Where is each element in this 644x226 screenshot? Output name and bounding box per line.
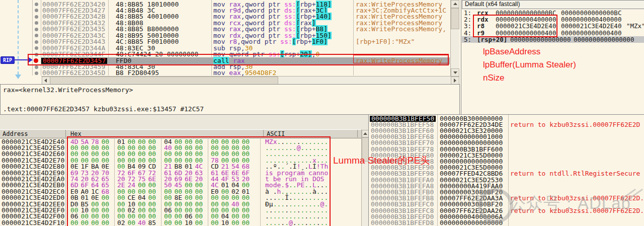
breakpoint-dot[interactable] bbox=[35, 46, 38, 50]
register-row[interactable]: 5:[rsp+20]000000000000000000000000000000… bbox=[462, 36, 644, 43]
arrow-right-icon bbox=[454, 79, 456, 83]
stack-return-comment: return to ntdll.RtlRegisterSecure bbox=[510, 171, 640, 177]
breakpoint-dot-active[interactable] bbox=[34, 58, 38, 63]
hex-byte: 00 bbox=[175, 220, 183, 226]
register-arg-number: 4: bbox=[464, 30, 471, 36]
rip-arrowhead-icon bbox=[29, 57, 33, 62]
dump-ascii: ......@......... bbox=[265, 220, 328, 226]
dump-row[interactable]: 0000021C3E4D2F10000000000200408500001000… bbox=[0, 220, 360, 226]
register-name: [rsp+20] bbox=[477, 36, 507, 43]
arrow-up-icon bbox=[363, 132, 367, 135]
arrow-left-icon bbox=[44, 79, 47, 83]
breakpoint-dot[interactable] bbox=[35, 21, 38, 25]
dump-address: 0000021C3E4D2F10 bbox=[2, 220, 64, 226]
register-name: r9 bbox=[477, 30, 485, 36]
scroll-left-button[interactable] bbox=[42, 77, 50, 85]
register-row[interactable]: 2:rdx00000000004000000000000000400000 bbox=[462, 16, 644, 23]
register-arg-number: 3: bbox=[464, 23, 471, 29]
hex-byte: 02 bbox=[117, 220, 126, 226]
breakpoint-dot[interactable] bbox=[35, 71, 38, 75]
info-line-location: .text:00007FF62E2D3457 kzbu03zssi.exe:$1… bbox=[3, 105, 204, 113]
register-arg-number: 5: bbox=[464, 36, 471, 43]
disasm-hscroll-thumb[interactable] bbox=[50, 77, 278, 85]
register-value: 0000021C3E4D2E40 bbox=[496, 23, 556, 29]
stack-row[interactable]: 000000B3B1BFEFD80000000000000000 bbox=[369, 220, 644, 226]
watermark-logo-icon bbox=[478, 188, 513, 223]
stack-return-comment: return to kzbu03zssi.00007FF62E2D bbox=[510, 122, 640, 128]
register-value-copy: 0000000000000000 bbox=[574, 36, 634, 43]
annotation-line: lpBaseAddress bbox=[483, 45, 576, 58]
column-header-hex[interactable]: Hex bbox=[70, 130, 82, 137]
breakpoint-dot[interactable] bbox=[35, 3, 38, 6]
hex-byte: 00 bbox=[231, 220, 240, 226]
info-box: rax=<kernel32.WriteProcessMemory> .text:… bbox=[0, 84, 460, 115]
annotation-api-arguments: lpBaseAddresslpBuffer(Lumma Stealer)nSiz… bbox=[483, 45, 576, 85]
hex-byte: 85 bbox=[148, 220, 157, 226]
scroll-up-button[interactable] bbox=[451, 0, 459, 8]
hex-byte: 10 bbox=[185, 220, 193, 226]
register-value: 0000000000000400 bbox=[496, 30, 556, 36]
dump-tab-bar: Dump 1Dump 2Dump 3Dump 4Dump 5Watch 1|x=… bbox=[0, 115, 368, 129]
hex-byte: 00 bbox=[81, 220, 90, 226]
hex-byte: 00 bbox=[242, 220, 251, 226]
breakpoint-dot[interactable] bbox=[35, 40, 38, 44]
breakpoint-dot[interactable] bbox=[35, 65, 38, 69]
register-row[interactable]: 4:r900000000000004000000000000000400 bbox=[462, 30, 644, 36]
register-string-value: "MZx" bbox=[626, 23, 644, 29]
column-header-address[interactable]: Address bbox=[3, 130, 28, 137]
dump-table-header: Address Hex ASCII bbox=[0, 129, 368, 138]
annotation-line: lpBuffer(Lumma Stealer) bbox=[483, 58, 576, 71]
hex-byte: 00 bbox=[102, 220, 110, 226]
calling-convention-select[interactable]: Default (x64 fastcall) bbox=[462, 0, 644, 9]
instruction-comment: [rbp+1F0]:"MZx" bbox=[356, 39, 415, 45]
disassembly-rows: 00007FF62E2D342048:8B85 18010000mov rax,… bbox=[0, 0, 460, 76]
hex-byte: 00 bbox=[91, 220, 100, 226]
arrow-down-icon bbox=[453, 71, 457, 74]
register-name: r8 bbox=[477, 23, 485, 29]
hex-byte: 00 bbox=[164, 220, 173, 226]
register-value-copy: 0000021C3E4D2E40 bbox=[561, 23, 621, 29]
arrow-up-icon bbox=[453, 3, 457, 5]
breakpoint-dot[interactable] bbox=[35, 28, 38, 31]
breakpoint-dot[interactable] bbox=[35, 15, 38, 19]
info-line-rax: rax=<kernel32.WriteProcessMemory> bbox=[3, 86, 133, 94]
column-header-ascii[interactable]: ASCII bbox=[267, 130, 285, 137]
x64dbg-window: 00007FF62E2D342048:8B85 18010000mov rax,… bbox=[0, 0, 644, 226]
stack-address: 000000B3B1BFEFD8 bbox=[371, 220, 434, 226]
hex-byte: 00 bbox=[211, 220, 219, 226]
hex-byte: 00 bbox=[195, 220, 204, 226]
breakpoint-dot[interactable] bbox=[35, 53, 38, 56]
register-value: 0000000000000000 bbox=[510, 36, 571, 43]
hex-byte: 10 bbox=[221, 220, 230, 226]
rip-badge: RIP bbox=[1, 56, 15, 64]
register-row[interactable]: 3:r80000021C3E4D2E400000021C3E4D2E40"MZx… bbox=[462, 23, 644, 29]
instruction-comment: rax:WriteProcessMemory, bbox=[356, 26, 446, 33]
annotation-line: nSize bbox=[483, 71, 576, 85]
hex-byte: 00 bbox=[70, 220, 79, 226]
register-value-copy: 0000000000000400 bbox=[561, 30, 621, 36]
breakpoint-dot[interactable] bbox=[35, 9, 38, 12]
rip-arrow bbox=[14, 59, 30, 60]
instruction-comment: rax:WriteProcessMemory bbox=[356, 58, 442, 64]
annotation-pe-header-label: Lumma Stealer的PE头 bbox=[333, 154, 430, 167]
disasm-vscroll-thumb[interactable] bbox=[451, 8, 459, 29]
watermark-text: 公众号：ADLab bbox=[509, 192, 631, 215]
dump-scroll-up-button[interactable] bbox=[362, 130, 369, 137]
scroll-right-button[interactable] bbox=[451, 77, 459, 85]
breakpoint-dot[interactable] bbox=[35, 34, 38, 37]
hex-byte: 00 bbox=[128, 220, 136, 226]
disassembly-panel: 00007FF62E2D342048:8B85 18010000mov rax,… bbox=[0, 0, 460, 84]
hex-byte: 40 bbox=[138, 220, 146, 226]
